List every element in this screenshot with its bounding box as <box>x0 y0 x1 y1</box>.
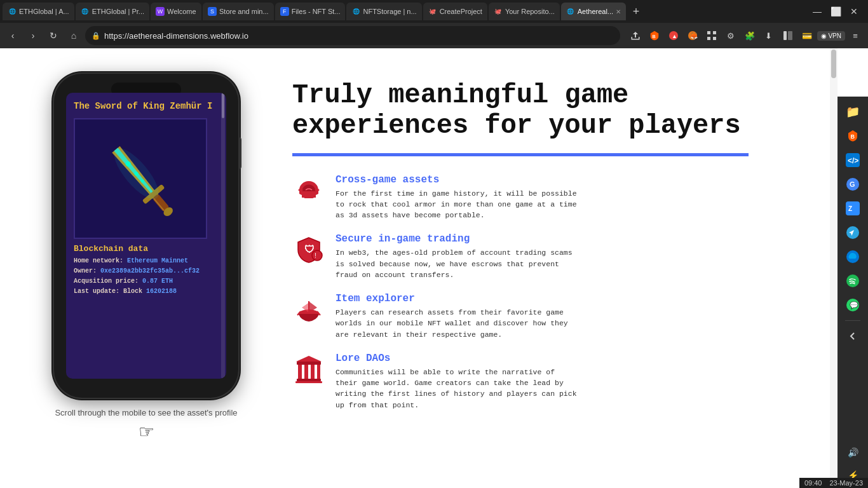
settings-button[interactable]: ⚙ <box>722 27 740 44</box>
brave-button[interactable]: B <box>646 27 663 44</box>
menu-button[interactable]: ≡ <box>846 27 864 44</box>
tab-ethglobal1[interactable]: 🌐 ETHGlobal | A... <box>3 3 74 20</box>
tab-bar: 🌐 ETHGlobal | A... 🌐 ETHGlobal | Pr... W… <box>0 0 868 23</box>
brave-rewards-button[interactable]: ▲ <box>665 27 682 44</box>
blockchain-data: Home network: Ethereum Mainnet Owner: 0x… <box>74 256 219 297</box>
svg-text:!: ! <box>315 252 316 259</box>
apps-button[interactable] <box>703 27 721 44</box>
tab-store[interactable]: S Store and min... <box>203 3 274 20</box>
svg-rect-9 <box>783 31 787 40</box>
vpn-badge[interactable]: ◉ VPN <box>817 31 845 41</box>
tab-nftstorage[interactable]: 🌐 NFTStorage | n... <box>346 3 421 20</box>
brave-sidebar-icon: B <box>846 129 860 143</box>
tab-favicon: 🌐 <box>8 7 17 16</box>
home-button[interactable]: ⌂ <box>65 27 83 44</box>
svg-rect-42 <box>298 365 302 379</box>
blockchain-title: Blockchain data <box>74 244 219 254</box>
tab-favicon: 🌐 <box>81 7 90 16</box>
tab-ethglobal2[interactable]: 🌐 ETHGlobal | Pr... <box>76 3 149 20</box>
sidebar-zoom-button[interactable]: Z <box>841 197 864 220</box>
tab-label: Files - NFT St... <box>292 8 341 15</box>
network-link[interactable]: Ethereum Mainnet <box>127 257 188 264</box>
sidebar-collapse-button[interactable] <box>841 325 864 348</box>
feature-desc-item-explorer: Players can research assets from their f… <box>336 307 577 340</box>
tab-aethereal[interactable]: 🌐 Aethereal... ✕ <box>561 3 626 20</box>
share-button[interactable] <box>627 27 644 44</box>
tab-favicon: W <box>156 7 165 16</box>
title-underline <box>292 153 749 156</box>
files-icon: 📁 <box>846 105 860 119</box>
feature-icon-helmet <box>292 174 325 207</box>
feature-desc-cross-game: For the first time in game history, it w… <box>336 188 577 221</box>
download-button[interactable]: ⬇ <box>760 27 778 44</box>
scroll-caption: Scroll through the mobile to see the ass… <box>55 408 237 417</box>
sidebar-brave-button[interactable]: B <box>841 125 864 147</box>
tab-repository[interactable]: 🐙 Your Reposito... <box>489 3 560 20</box>
svg-text:B: B <box>652 34 655 39</box>
svg-rect-49 <box>295 381 322 383</box>
spotify-icon <box>846 274 860 288</box>
sidebar-whatsapp-button[interactable]: 💬 <box>841 294 864 316</box>
phone-side-button <box>238 137 241 169</box>
minimize-button[interactable]: — <box>810 5 824 18</box>
sidebar-vscode-button[interactable]: </> <box>841 149 864 172</box>
maximize-button[interactable]: ⬜ <box>828 5 844 18</box>
tab-label: Welcome <box>167 8 196 15</box>
owner-link[interactable]: 0xe2389a2bb32fc35ab...cf32 <box>100 268 200 274</box>
svg-text:🦊: 🦊 <box>690 32 698 40</box>
sidebar-spotify-button[interactable] <box>841 269 864 292</box>
tab-close-icon[interactable]: ✕ <box>616 8 621 15</box>
tab-label: ETHGlobal | A... <box>19 8 69 15</box>
feature-desc-secure-trading: In web3, the ages-old problem of account… <box>336 247 577 280</box>
reload-button[interactable]: ↻ <box>44 27 62 44</box>
phone-mockup: The Sword of King Zemhür I <box>54 74 238 398</box>
sidebar-google-button[interactable]: G <box>841 173 864 196</box>
telegram-icon <box>846 226 860 240</box>
sidebar-music-button[interactable]: 🔊 <box>841 441 864 464</box>
block-link[interactable]: 16202188 <box>146 288 177 295</box>
left-panel: The Sword of King Zemhür I <box>38 74 254 463</box>
scrollbar-thumb[interactable] <box>831 50 836 78</box>
metamask-button[interactable]: 🦊 <box>684 27 702 44</box>
forward-button[interactable]: › <box>24 27 42 44</box>
tab-files[interactable]: F Files - NFT St... <box>275 3 346 20</box>
address-bar[interactable]: 🔒 https://aethereal-dimensions.webflow.i… <box>85 26 620 45</box>
main-content: The Sword of King Zemhür I <box>0 48 837 488</box>
extensions-button[interactable]: 🧩 <box>741 27 759 44</box>
music-icon: 🔊 <box>848 447 858 458</box>
close-button[interactable]: ✕ <box>848 5 860 18</box>
main-title: Truly meaningful game experiences for yo… <box>292 80 799 142</box>
feature-secure-trading: 🛡 ! Secure in-game trading In web3, the … <box>292 233 799 280</box>
url-text: https://aethereal-dimensions.webflow.io <box>104 31 248 41</box>
tab-createproject[interactable]: 🐙 CreateProject <box>423 3 487 20</box>
sidebar-separator <box>845 320 860 321</box>
svg-text:Z: Z <box>848 205 852 212</box>
tab-favicon: 🐙 <box>494 7 503 16</box>
hand-icon: ☞ <box>139 421 154 442</box>
svg-rect-5 <box>707 31 710 34</box>
feature-lore-daos: Lore DAOs Communities will be able to wr… <box>292 353 799 410</box>
wallet-button[interactable]: 💳 <box>798 27 816 44</box>
sidebar-telegram-button[interactable] <box>841 221 864 244</box>
browser-sidebar: 📁 B </> G Z <box>837 97 868 488</box>
owner-label: Owner: <box>74 268 100 274</box>
edge-icon <box>846 250 860 264</box>
feature-desc-lore-daos: Communities will be able to write the na… <box>336 367 577 410</box>
tab-label: ETHGlobal | Pr... <box>92 8 144 15</box>
sidebar-edge-button[interactable] <box>841 245 864 268</box>
tab-welcome[interactable]: W Welcome <box>151 3 201 20</box>
phone-scrollbar <box>221 93 225 379</box>
new-tab-button[interactable]: + <box>627 3 645 20</box>
back-button[interactable]: ‹ <box>4 27 22 44</box>
scrollbar-track[interactable] <box>830 48 837 488</box>
svg-point-36 <box>312 250 322 261</box>
sidebar-toggle-button[interactable] <box>779 27 797 44</box>
features-list: Cross-game assets For the first time in … <box>292 174 799 410</box>
vscode-icon: </> <box>846 153 860 167</box>
sidebar-files-button[interactable]: 📁 <box>841 100 864 123</box>
whatsapp-icon: 💬 <box>846 298 860 312</box>
svg-text:</>: </> <box>848 156 858 165</box>
svg-rect-45 <box>317 365 320 379</box>
price-link[interactable]: 0.87 ETH <box>142 278 173 285</box>
svg-rect-6 <box>713 31 716 34</box>
